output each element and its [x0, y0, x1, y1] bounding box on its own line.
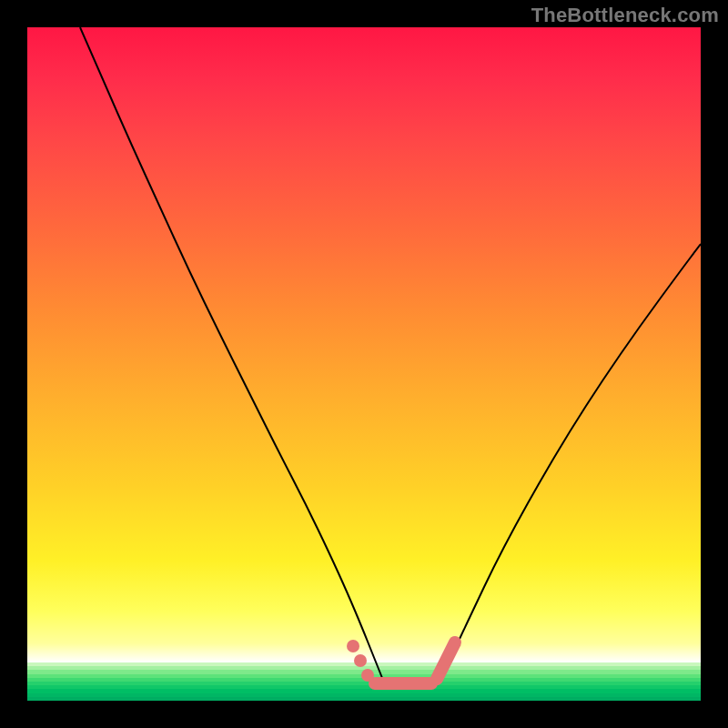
watermark-label: TheBottleneck.com [531, 4, 719, 27]
right-curve [440, 244, 701, 682]
salmon-dot [354, 654, 367, 667]
plot-area [27, 27, 701, 701]
left-curve [80, 27, 440, 682]
salmon-dot [361, 669, 374, 682]
chart-svg [27, 27, 701, 701]
stage: TheBottleneck.com [0, 0, 728, 728]
salmon-dot [347, 640, 359, 652]
salmon-right [437, 642, 455, 679]
